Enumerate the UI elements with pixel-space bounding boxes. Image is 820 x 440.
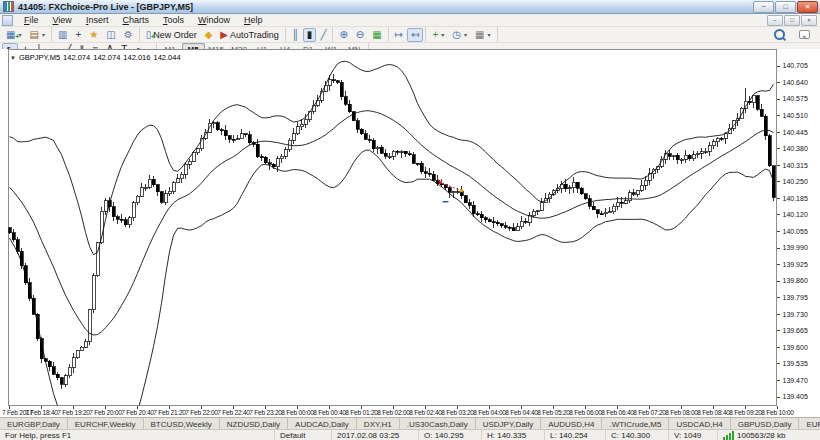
indicators-button[interactable]: +▾ [428,28,448,42]
svg-text:8 Feb 07:20: 8 Feb 07:20 [633,409,666,416]
svg-text:140.185: 140.185 [783,195,808,202]
svg-text:140.055: 140.055 [783,228,808,235]
toolbar-group: ↦↤ [389,27,427,42]
dropdown-arrow-icon[interactable]: ▾ [42,31,45,38]
status-profile[interactable]: Default [275,430,332,440]
menu-view[interactable]: View [46,15,79,25]
navigator-button[interactable]: ★ [85,28,102,42]
svg-text:8 Feb 04:00: 8 Feb 04:00 [473,409,506,416]
metaeditor-button[interactable]: ◆ [201,28,217,42]
line-chart-button[interactable]: ╱ [316,28,330,42]
strategy-tester-icon: ⚙ [124,30,133,40]
svg-text:140.250: 140.250 [783,178,808,185]
child-restore-button[interactable]: □ [784,15,800,26]
status-connection: 100563/28 kb [718,430,820,440]
svg-text:8 Feb 05:20: 8 Feb 05:20 [537,409,570,416]
svg-text:8 Feb 02:00: 8 Feb 02:00 [377,409,410,416]
svg-text:8 Feb 06:00: 8 Feb 06:00 [569,409,602,416]
templates-button[interactable]: ▦▾ [471,28,494,42]
chart-symbol-period: GBPJPY,M5 [19,53,60,62]
app-icon [3,1,14,12]
zoom-out-icon: ⊖ [356,30,364,40]
svg-text:7 Feb 20:40: 7 Feb 20:40 [121,409,154,416]
svg-text:140.575: 140.575 [783,95,808,102]
autotrading-button[interactable]: ▶AutoTrading [216,28,282,42]
menu-tools[interactable]: Tools [156,15,191,25]
new-order-button-label: New Order [153,30,197,40]
auto-scroll-button[interactable]: ↦ [391,28,407,42]
svg-text:7 Feb 21:20: 7 Feb 21:20 [153,409,186,416]
svg-text:8 Feb 00:00: 8 Feb 00:00 [281,409,314,416]
tile-windows-button[interactable]: ▦ [368,28,385,42]
bar-chart-button[interactable]: ║ [288,28,303,42]
svg-text:140.640: 140.640 [783,79,808,86]
menu-insert[interactable]: Insert [79,15,116,25]
svg-text:8 Feb 08:40: 8 Feb 08:40 [697,409,730,416]
svg-text:139.990: 139.990 [783,244,808,251]
svg-text:139.795: 139.795 [783,294,808,301]
terminal-button[interactable]: ◫ [102,28,119,42]
menu-help[interactable]: Help [237,15,270,25]
one-click-trading-toggle[interactable]: ▼ [10,55,16,61]
new-chart-icon: ▦+ [6,30,15,40]
svg-text:8 Feb 08:00: 8 Feb 08:00 [665,409,698,416]
svg-text:139.665: 139.665 [783,327,808,334]
chart-shift-button[interactable]: ↤ [407,28,423,42]
new-order-button[interactable]: ▯+New Order [142,28,201,42]
market-watch-button[interactable]: ▥ [54,28,71,42]
profiles-button[interactable]: ▤▾ [25,28,48,42]
minimize-button[interactable]: − [753,1,774,13]
bar-chart-icon: ║ [292,30,299,40]
data-window-button[interactable]: + [71,28,85,42]
restore-button[interactable]: □ [775,1,796,13]
community-chat-button[interactable] [795,28,814,42]
ohlc-high: 142.074 [93,53,120,62]
chat-icon [799,30,810,39]
close-button[interactable]: × [797,1,818,13]
toolbar-group: ▦+▾▤▾ [0,27,52,42]
candlestick-chart[interactable]: 140.705140.640140.575140.510140.445140.3… [0,49,820,417]
periods-button[interactable]: ◷▾ [448,28,471,42]
window-title: 41405: FXChoice-Pro Live - [GBPJPY,M5] [18,2,193,12]
zoom-in-button[interactable]: ⊕ [335,28,351,42]
dropdown-arrow-icon[interactable]: ▾ [441,31,444,38]
data-window-icon: + [75,30,81,40]
child-minimize-button[interactable]: − [767,15,783,26]
profiles-icon: ▤ [29,30,38,40]
ohlc-open: 142.074 [63,53,90,62]
mt4-application-window: 41405: FXChoice-Pro Live - [GBPJPY,M5] −… [0,0,820,440]
chart-document-icon[interactable] [2,15,13,26]
menu-window[interactable]: Window [191,15,237,25]
child-close-button[interactable]: × [801,15,817,26]
search-button[interactable] [770,28,789,42]
tile-windows-icon: ▦ [372,30,381,40]
status-bar-datetime: 2017.02.08 03:25 [332,430,419,440]
new-chart-button[interactable]: ▦+▾ [2,28,25,42]
svg-text:7 Feb 22:00: 7 Feb 22:00 [185,409,218,416]
menu-charts[interactable]: Charts [115,15,156,25]
traffic-counter: 100563/28 kb [737,431,786,440]
menu-file[interactable]: File [17,15,46,25]
candlestick-chart-button[interactable]: ▮ [303,28,317,42]
chart-ohlc-label: ▼GBPJPY,M5142.074142.074142.016142.044 [10,53,184,62]
dropdown-arrow-icon[interactable]: ▾ [487,31,490,38]
svg-text:7 Feb 18:40: 7 Feb 18:40 [25,409,58,416]
line-chart-icon: ╱ [320,30,326,40]
search-icon [774,29,785,40]
dropdown-arrow-icon[interactable]: ▾ [464,31,467,38]
indicators-icon: + [432,30,438,40]
autotrading-button-label: AutoTrading [230,30,279,40]
svg-text:8 Feb 00:40: 8 Feb 00:40 [313,409,346,416]
strategy-tester-button[interactable]: ⚙ [120,28,137,42]
svg-text:8 Feb 03:20: 8 Feb 03:20 [441,409,474,416]
auto-scroll-icon: ↦ [395,30,403,40]
svg-text:8 Feb 01:20: 8 Feb 01:20 [345,409,378,416]
svg-text:140.445: 140.445 [783,129,808,136]
chart-window[interactable]: 140.705140.640140.575140.510140.445140.3… [0,49,820,417]
status-close: C: 140.300 [606,430,669,440]
svg-text:139.535: 139.535 [783,360,808,367]
status-high: H: 140.335 [482,430,545,440]
new-order-icon: ▯+ [146,30,152,40]
ohlc-close: 142.044 [153,53,180,62]
zoom-out-button[interactable]: ⊖ [352,28,368,42]
